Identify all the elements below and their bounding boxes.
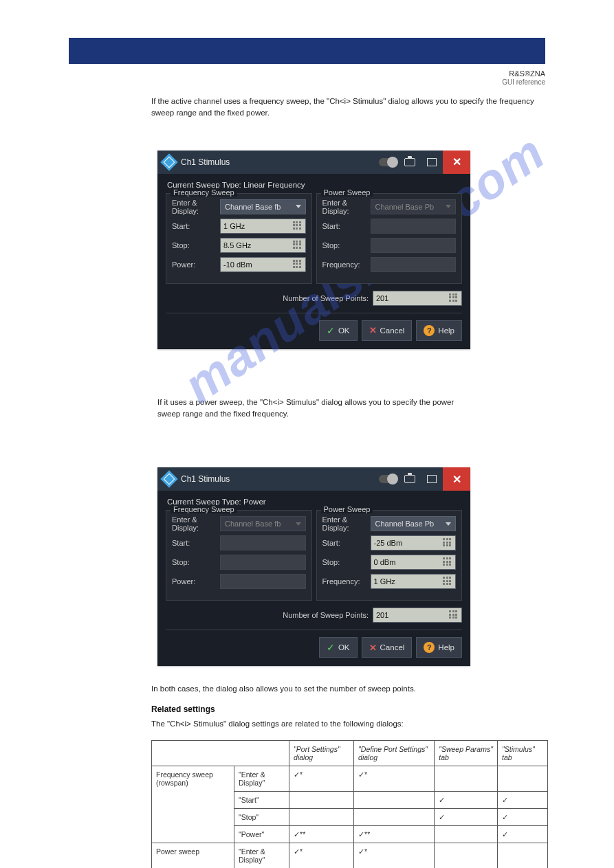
ok-label: OK [338,643,350,652]
toggle-icon[interactable] [377,151,399,174]
power-sweep-panel: Power Sweep Enter & Display: Channel Bas… [316,193,463,284]
after-text: In both cases, the dialog also allows yo… [151,683,545,695]
power-enter-display-select: Channel Base Pb [371,199,457,214]
screenshot-icon[interactable] [399,467,421,491]
enter-display-label: Enter & Display: [322,199,371,215]
help-button[interactable]: ?Help [416,320,462,341]
screenshot-icon[interactable] [399,151,421,174]
freq-enter-display-value: Channel Base fb [225,203,281,211]
table-cell [498,766,548,791]
stimulus-dialog-power: Ch1 Stimulus ✕ Current Sweep Type: Power… [157,467,470,666]
ok-button[interactable]: ✓OK [319,637,358,658]
freq-power-input[interactable]: -10 dBm [220,257,306,272]
table-cell [435,766,498,791]
cancel-button[interactable]: ✕Cancel [362,637,413,658]
freq-stop-value: 8.5 GHz [223,241,251,249]
points-label: Number of Sweep Points: [283,611,369,619]
table-header-cell: "Port Settings" dialog [289,740,354,766]
header-brand: R&S®ZNA [509,69,545,78]
freq-enter-display-select[interactable]: Channel Base fb [220,199,306,214]
chevron-down-icon [296,205,301,208]
freq-start-input [220,535,306,550]
keypad-icon[interactable] [293,221,303,231]
pw-start-input[interactable]: -25 dBm [371,535,457,550]
pw-stop-input[interactable]: 0 dBm [371,555,457,570]
pw-start-label: Start: [322,222,371,230]
pw-start-value: -25 dBm [374,539,403,547]
chevron-down-icon [446,522,451,526]
power-enter-display-value: Channel Base Pb [375,520,435,528]
points-value: 201 [376,611,388,619]
pw-frequency-input [371,257,457,272]
x-icon: ✕ [369,325,377,335]
table-header-cell: "Define Port Settings" dialog [354,740,435,766]
pw-stop-input [371,238,457,253]
ok-button[interactable]: ✓OK [319,320,358,341]
table-intro: The "Ch<i> Stimulus" dialog settings are… [151,718,545,730]
table-cell: "Start" [234,791,289,808]
cancel-button[interactable]: ✕Cancel [362,320,413,341]
table-header-cell [152,740,289,766]
freq-start-input[interactable]: 1 GHz [220,219,306,234]
table-header-row: "Port Settings" dialog "Define Port Sett… [152,740,548,766]
help-label: Help [438,643,454,652]
app-logo-icon [160,470,177,487]
chevron-down-icon [446,205,451,208]
cancel-label: Cancel [380,326,405,335]
pw-start-input [371,219,457,234]
keypad-icon[interactable] [293,260,303,269]
check-icon: ✓ [327,642,335,653]
table-cell: ✓* [289,843,354,868]
keypad-icon[interactable] [443,538,452,548]
table-cell: "Enter & Display" [234,766,289,791]
table-cell: Power sweep [152,843,234,868]
table-cell: ✓ [498,791,548,808]
related-settings-table: "Port Settings" dialog "Define Port Sett… [151,740,548,869]
table-cell [498,843,548,868]
table-row: Power sweep "Enter & Display" ✓* ✓* [152,843,548,868]
keypad-icon[interactable] [293,241,303,250]
keypad-icon[interactable] [449,610,459,620]
dialog-titlebar: Ch1 Stimulus ✕ [157,467,470,491]
frequency-panel-title: Frequency Sweep [171,505,237,513]
points-input[interactable]: 201 [373,291,462,306]
freq-stop-input[interactable]: 8.5 GHz [220,238,306,253]
maximize-icon[interactable] [421,151,443,174]
table-cell: ✓** [289,825,354,843]
keypad-icon[interactable] [449,293,459,303]
table-cell: ✓* [354,766,435,791]
close-icon[interactable]: ✕ [443,151,470,174]
table-cell: "Power" [234,825,289,843]
mid-text: If it uses a power sweep, the "Ch<i> Sti… [157,397,470,421]
sweep-type-value: Linear Frequency [243,181,305,189]
table-header-cell: "Sweep Params" tab [435,740,498,766]
toggle-icon[interactable] [377,467,399,491]
points-input[interactable]: 201 [373,608,462,623]
related-heading: Related settings [151,704,545,714]
table-row: Frequency sweep (rowspan) "Enter & Displ… [152,766,548,791]
pw-frequency-label: Frequency: [322,577,371,586]
close-icon[interactable]: ✕ [443,467,470,491]
keypad-icon[interactable] [443,577,452,586]
help-label: Help [438,326,454,335]
intro-text: If the active channel uses a frequency s… [151,96,545,120]
keypad-icon[interactable] [443,557,452,567]
table-cell: Frequency sweep (rowspan) [152,766,234,843]
chevron-down-icon [296,522,301,526]
x-icon: ✕ [369,643,377,653]
pw-frequency-input[interactable]: 1 GHz [371,574,457,589]
table-cell: ✓ [498,808,548,825]
pw-frequency-label: Frequency: [322,260,371,269]
table-cell [289,791,354,808]
freq-stop-label: Stop: [172,241,220,249]
freq-start-label: Start: [172,539,220,547]
table-cell: "Stop" [234,808,289,825]
power-enter-display-select[interactable]: Channel Base Pb [371,516,457,531]
freq-enter-display-select: Channel Base fb [220,516,306,531]
maximize-icon[interactable] [421,467,443,491]
frequency-sweep-panel: Frequency Sweep Enter & Display: Channel… [166,193,312,284]
help-button[interactable]: ?Help [416,637,462,658]
freq-power-label: Power: [172,577,220,586]
table-cell [435,825,498,843]
freq-power-label: Power: [172,260,220,269]
